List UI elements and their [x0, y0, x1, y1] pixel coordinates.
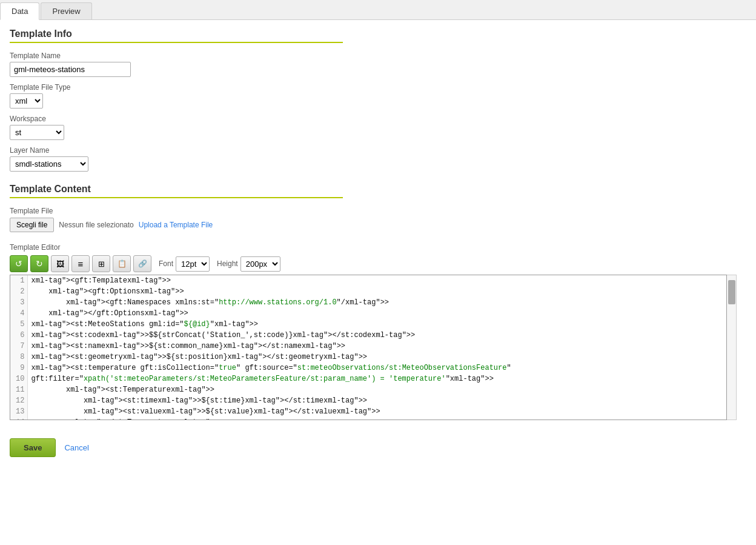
line-code: xml-tag"><st:temperature gft:isCollectio… [27, 363, 726, 373]
list-icon: ≡ [78, 259, 84, 269]
line-code: xml-tag"><gft:Namespaces xmlns:st="http:… [27, 297, 726, 308]
image-icon: 🖼 [56, 259, 64, 269]
line-number: 14 [10, 417, 27, 420]
template-info-divider [10, 42, 343, 43]
line-code: xml-tag"></gft:Optionsxml-tag">> [27, 308, 726, 319]
table-row: 11 xml-tag"><st:Temperaturexml-tag">> [10, 384, 726, 395]
tab-bar: Data Preview [0, 0, 756, 20]
template-name-input[interactable] [10, 62, 131, 77]
list-button[interactable]: ≡ [71, 255, 90, 272]
template-editor-section: Template Editor ↺ ↻ 🖼 ≡ ⊞ 📋 🔗 F [10, 243, 729, 420]
line-code: xml-tag"><st:namexml-tag">>${st:common_n… [27, 341, 726, 352]
line-code: xml-tag"></st:Temperaturexml-tag">> [27, 417, 726, 420]
line-number: 13 [10, 406, 27, 417]
line-number: 9 [10, 363, 27, 373]
table-row: 4 xml-tag"></gft:Optionsxml-tag">> [10, 308, 726, 319]
line-number: 10 [10, 373, 27, 384]
line-number: 7 [10, 341, 27, 352]
line-code: xml-tag"><st:codexml-tag">>$${strConcat(… [27, 330, 726, 341]
line-number: 2 [10, 286, 27, 297]
line-code: gft:filter="xpath('st:meteoParameters/st… [27, 373, 726, 384]
line-number: 12 [10, 395, 27, 406]
undo-button[interactable]: ↺ [10, 255, 28, 272]
table-row: 8xml-tag"><st:geometryxml-tag">>${st:pos… [10, 352, 726, 363]
paste-button[interactable]: 📋 [113, 255, 131, 272]
template-info-section: Template Info Template Name Template Fil… [10, 28, 729, 172]
template-content-title: Template Content [10, 184, 729, 195]
table-row: 14 xml-tag"></st:Temperaturexml-tag">> [10, 417, 726, 420]
line-code: xml-tag"><st:MeteoStations gml:id="${@id… [27, 319, 726, 330]
line-number: 8 [10, 352, 27, 363]
layer-name-select[interactable]: smdl-stations other [10, 156, 88, 172]
line-code: xml-tag"><st:valuexml-tag">>${st:value}x… [27, 406, 726, 417]
upload-template-link[interactable]: Upload a Template File [139, 221, 213, 229]
table-button[interactable]: ⊞ [92, 255, 110, 272]
redo-icon: ↻ [36, 259, 43, 269]
table-row: 10gft:filter="xpath('st:meteoParameters/… [10, 373, 726, 384]
table-row: 1xml-tag"><gft:Templatexml-tag">> [10, 275, 726, 286]
table-row: 2 xml-tag"><gft:Optionsxml-tag">> [10, 286, 726, 297]
table-row: 7xml-tag"><st:namexml-tag">>${st:common_… [10, 341, 726, 352]
template-content-divider [10, 197, 343, 198]
code-table: 1xml-tag"><gft:Templatexml-tag">>2 xml-t… [10, 275, 726, 420]
height-select[interactable]: 150px 200px 300px 400px [240, 256, 280, 272]
table-row: 3 xml-tag"><gft:Namespaces xmlns:st="htt… [10, 297, 726, 308]
code-editor-wrapper: 1xml-tag"><gft:Templatexml-tag">>2 xml-t… [10, 275, 737, 420]
font-label: Font [159, 259, 173, 268]
table-icon: ⊞ [98, 259, 105, 269]
code-editor[interactable]: 1xml-tag"><gft:Templatexml-tag">>2 xml-t… [10, 275, 727, 420]
workspace-label: Workspace [10, 115, 729, 123]
redo-button[interactable]: ↻ [30, 255, 48, 272]
line-number: 11 [10, 384, 27, 395]
line-code: xml-tag"><gft:Templatexml-tag">> [27, 275, 726, 286]
workspace-select[interactable]: st other [10, 125, 64, 140]
table-row: 9xml-tag"><st:temperature gft:isCollecti… [10, 363, 726, 373]
line-number: 6 [10, 330, 27, 341]
tab-preview[interactable]: Preview [41, 2, 91, 19]
line-code: xml-tag"><st:timexml-tag">>${st:time}xml… [27, 395, 726, 406]
layer-name-label: Layer Name [10, 146, 729, 155]
template-file-label: Template File [10, 207, 729, 215]
undo-icon: ↺ [15, 259, 22, 269]
scrollbar-thumb [728, 280, 735, 304]
table-row: 6xml-tag"><st:codexml-tag">>$${strConcat… [10, 330, 726, 341]
vertical-scrollbar[interactable] [727, 275, 737, 420]
image-button[interactable]: 🖼 [51, 255, 69, 272]
save-button[interactable]: Save [10, 438, 56, 457]
template-info-title: Template Info [10, 28, 729, 39]
line-number: 3 [10, 297, 27, 308]
line-code: xml-tag"><st:Temperaturexml-tag">> [27, 384, 726, 395]
link-icon: 🔗 [138, 259, 147, 268]
table-row: 5xml-tag"><st:MeteoStations gml:id="${@i… [10, 319, 726, 330]
editor-toolbar: ↺ ↻ 🖼 ≡ ⊞ 📋 🔗 Font 10pt 11pt [10, 255, 729, 272]
file-type-select[interactable]: xml json html [10, 93, 43, 109]
link-button[interactable]: 🔗 [133, 255, 151, 272]
cancel-button[interactable]: Cancel [64, 443, 88, 452]
main-content: Template Info Template Name Template Fil… [0, 20, 739, 466]
tab-data[interactable]: Data [0, 2, 39, 20]
height-label: Height [217, 259, 238, 268]
line-code: xml-tag"><st:geometryxml-tag">>${st:posi… [27, 352, 726, 363]
file-type-label: Template File Type [10, 83, 729, 92]
choose-file-button[interactable]: Scegli file [10, 218, 54, 232]
table-row: 13 xml-tag"><st:valuexml-tag">>${st:valu… [10, 406, 726, 417]
template-content-section: Template Content Template File Scegli fi… [10, 184, 729, 232]
no-file-text: Nessun file selezionato [59, 221, 133, 229]
line-number: 4 [10, 308, 27, 319]
font-size-select[interactable]: 10pt 11pt 12pt 14pt [176, 256, 210, 272]
paste-icon: 📋 [118, 259, 127, 268]
line-code: xml-tag"><gft:Optionsxml-tag">> [27, 286, 726, 297]
template-editor-label: Template Editor [10, 243, 729, 252]
footer-buttons: Save Cancel [10, 438, 729, 457]
table-row: 12 xml-tag"><st:timexml-tag">>${st:time}… [10, 395, 726, 406]
line-number: 5 [10, 319, 27, 330]
line-number: 1 [10, 275, 27, 286]
template-name-label: Template Name [10, 52, 729, 60]
file-row: Scegli file Nessun file selezionato Uplo… [10, 218, 729, 232]
